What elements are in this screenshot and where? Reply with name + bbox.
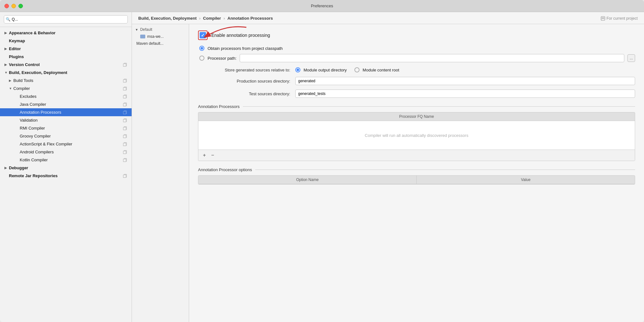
tree-item-maven-default[interactable]: Maven default... [132, 40, 189, 47]
sidebar-item-build-exec-deploy[interactable]: ▼ Build, Execution, Deployment [0, 69, 132, 77]
sidebar-item-label: Build, Execution, Deployment [9, 70, 67, 75]
svg-rect-10 [123, 151, 126, 154]
copy-icon [123, 174, 127, 178]
section-divider-2 [255, 170, 635, 170]
value-col: Value [417, 176, 635, 184]
radio-module-content[interactable]: Module content root [354, 67, 399, 72]
sidebar-item-appearance[interactable]: ▶ Appearance & Behavior [0, 29, 132, 37]
sidebar-item-label: Kotlin Compiler [20, 158, 48, 162]
search-input[interactable] [4, 15, 128, 23]
options-table: Option Name Value [198, 175, 635, 184]
section-divider [243, 106, 635, 107]
project-icon [601, 16, 605, 21]
tree-item-default[interactable]: ▼ Default [132, 26, 189, 33]
maximize-button[interactable] [18, 4, 23, 8]
checkbox-highlight-border: ✓ [198, 30, 208, 40]
chevron-placeholder [15, 142, 20, 146]
sidebar-item-kotlin-compiler[interactable]: Kotlin Compiler [0, 156, 132, 164]
test-sources-row: Test sources directory: [198, 90, 635, 98]
remove-processor-button[interactable]: − [209, 152, 216, 159]
processor-path-label: Processor path: [208, 56, 236, 61]
sidebar-item-debugger[interactable]: ▶ Debugger [0, 164, 132, 172]
radio-group: Obtain processors from project classpath… [198, 46, 635, 62]
close-button[interactable] [4, 4, 9, 8]
chevron-right-icon: ▶ [4, 166, 9, 170]
svg-rect-12 [123, 175, 126, 178]
radio-selected-icon[interactable] [199, 46, 204, 51]
radio-unselected-icon[interactable] [199, 56, 204, 61]
sidebar-item-label: ActionScript & Flex Compiler [20, 142, 72, 146]
tree-item-label: msa-we... [147, 34, 164, 39]
split-pane: ▼ Default msa-we... Maven default... [132, 24, 644, 322]
breadcrumb: Build, Execution, Deployment › Compiler … [132, 12, 644, 24]
chevron-placeholder [15, 134, 20, 138]
sidebar-item-groovy-compiler[interactable]: Groovy Compiler [0, 132, 132, 140]
checkmark-icon: ✓ [201, 33, 205, 38]
sidebar-item-version-control[interactable]: ▶ Version Control [0, 61, 132, 69]
sidebar-item-actionscript-flex[interactable]: ActionScript & Flex Compiler [0, 140, 132, 148]
minimize-button[interactable] [11, 4, 16, 8]
add-processor-button[interactable]: + [201, 152, 208, 159]
search-icon: 🔍 [6, 17, 10, 22]
chevron-placeholder [15, 111, 20, 114]
module-content-label: Module content root [363, 68, 399, 72]
sidebar-item-label: Remote Jar Repositories [9, 173, 58, 178]
search-wrapper: 🔍 [4, 15, 128, 23]
sidebar-item-java-compiler[interactable]: Java Compiler [0, 100, 132, 108]
radio-obtain-processors[interactable]: Obtain processors from project classpath [199, 46, 635, 51]
folder-icon [140, 35, 145, 38]
chevron-down-icon: ▼ [135, 28, 138, 31]
tree-item-msa[interactable]: msa-we... [132, 33, 189, 40]
sidebar-item-annotation-processors[interactable]: Annotation Processors [0, 108, 132, 116]
radio-module-output[interactable]: Module output directory [295, 67, 347, 72]
breadcrumb-part-2: Compiler [203, 16, 221, 21]
store-options: Module output directory Module content r… [295, 67, 399, 72]
chevron-placeholder [4, 39, 9, 43]
test-sources-input[interactable] [295, 90, 635, 98]
annotation-processors-table: Processor FQ Name Compiler will run all … [198, 112, 635, 161]
sidebar-item-android-compilers[interactable]: Android Compilers [0, 148, 132, 156]
annotation-processors-header: Annotation Processors [198, 104, 635, 109]
sidebar-item-validation[interactable]: Validation [0, 116, 132, 124]
processor-table-body: Compiler will run all automatically disc… [198, 121, 635, 150]
sidebar-item-label: Annotation Processors [20, 110, 61, 115]
sidebar-item-label: Appearance & Behavior [9, 30, 56, 35]
enable-annotation-label: Enable annotation processing [211, 33, 270, 38]
chevron-placeholder [15, 118, 20, 122]
chevron-placeholder [15, 103, 20, 106]
radio-processor-path[interactable]: Processor path: ... [199, 54, 635, 62]
sidebar-item-label: Validation [20, 118, 38, 123]
enable-annotation-checkbox[interactable]: ✓ [200, 32, 206, 38]
processor-path-input[interactable] [240, 54, 624, 62]
search-bar: 🔍 [0, 12, 132, 27]
radio-module-content-icon[interactable] [354, 67, 360, 72]
sidebar-item-compiler[interactable]: ▼ Compiler [0, 84, 132, 92]
sidebar-item-excludes[interactable]: Excludes [0, 92, 132, 100]
sidebar-item-editor[interactable]: ▶ Editor [0, 45, 132, 53]
production-sources-row: Production sources directory: [198, 77, 635, 85]
obtain-processors-label: Obtain processors from project classpath [208, 46, 283, 51]
for-current-project: For current project [601, 16, 638, 21]
browse-button[interactable]: ... [627, 54, 635, 62]
copy-icon [123, 102, 127, 107]
svg-rect-15 [602, 18, 604, 19]
breadcrumb-part-3: Annotation Processors [228, 16, 273, 21]
sidebar-item-remote-jar[interactable]: Remote Jar Repositories [0, 172, 132, 180]
sidebar: 🔍 ▶ Appearance & Behavior Keymap ▶ [0, 12, 132, 322]
sidebar-item-rmi-compiler[interactable]: RMI Compiler [0, 124, 132, 132]
annotation-processor-options-section: Annotation Processor options Option Name… [198, 167, 635, 184]
sidebar-item-label: Java Compiler [20, 102, 46, 107]
sidebar-item-keymap[interactable]: Keymap [0, 37, 132, 45]
radio-module-output-icon[interactable] [295, 67, 300, 72]
chevron-placeholder [15, 126, 20, 130]
chevron-right-icon: ▶ [9, 79, 13, 82]
production-sources-label: Production sources directory: [198, 79, 290, 84]
sidebar-item-label: RMI Compiler [20, 126, 45, 131]
sidebar-item-plugins[interactable]: Plugins [0, 53, 132, 61]
preferences-window: Preferences 🔍 ▶ Appearance & Behavior [0, 0, 644, 322]
sidebar-item-build-tools[interactable]: ▶ Build Tools [0, 77, 132, 84]
production-sources-input[interactable] [295, 77, 635, 85]
copy-icon [123, 126, 127, 131]
copy-icon [123, 78, 127, 83]
tree-item-label: Maven default... [136, 41, 163, 46]
